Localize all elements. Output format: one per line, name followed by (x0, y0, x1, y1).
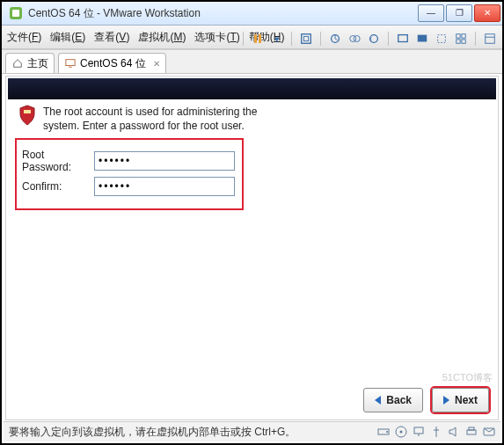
menu-file[interactable]: 文件(F) (7, 30, 41, 45)
monitor-icon (64, 57, 77, 69)
watermark-text: 51CTO博客 (442, 371, 493, 384)
revert-icon[interactable] (367, 32, 381, 46)
svg-rect-26 (467, 430, 476, 434)
unity-icon[interactable] (415, 32, 429, 46)
stretch-icon[interactable] (435, 32, 449, 46)
menu-tabs[interactable]: 选项卡(T) (194, 30, 239, 45)
hdd-icon[interactable] (377, 426, 390, 438)
vmware-icon (9, 6, 23, 20)
close-button[interactable]: ✕ (474, 4, 500, 22)
library-icon[interactable] (483, 32, 497, 46)
network-icon[interactable] (413, 426, 425, 438)
root-password-input[interactable] (94, 151, 235, 171)
installer-message: The root account is used for administeri… (43, 105, 272, 133)
installer-banner (8, 78, 496, 99)
snapshot-manager-icon[interactable] (347, 32, 362, 46)
menu-edit[interactable]: 编辑(E) (50, 30, 85, 45)
svg-point-23 (400, 431, 403, 434)
shield-icon (18, 105, 36, 126)
toolbar-separator (388, 32, 389, 46)
svg-point-7 (370, 35, 378, 43)
back-button[interactable]: Back (363, 388, 423, 412)
printer-icon[interactable] (465, 426, 478, 438)
svg-rect-3 (303, 36, 308, 40)
svg-rect-24 (414, 427, 423, 434)
title-bar: CentOS 64 位 - VMware Workstation — ❐ ✕ (2, 2, 502, 26)
tab-centos[interactable]: CentOS 64 位 ✕ (58, 53, 166, 73)
cd-icon[interactable] (395, 426, 407, 438)
message-icon[interactable] (483, 426, 495, 438)
back-button-label: Back (386, 394, 412, 406)
svg-rect-1 (12, 10, 19, 17)
svg-rect-9 (418, 35, 427, 42)
maximize-button[interactable]: ❐ (446, 4, 472, 22)
installer-message-row: The root account is used for administeri… (6, 105, 498, 133)
play-dropdown-icon[interactable]: ▾ (270, 32, 284, 46)
next-button-label: Next (455, 394, 478, 406)
arrow-right-icon (443, 396, 449, 405)
svg-rect-13 (457, 40, 460, 43)
arrow-left-icon (375, 396, 381, 405)
svg-rect-8 (398, 35, 408, 42)
svg-rect-27 (469, 427, 474, 430)
home-icon (11, 57, 24, 69)
send-ctrl-alt-del-icon[interactable] (299, 32, 313, 46)
thumbnail-icon[interactable] (454, 32, 468, 46)
snapshot-icon[interactable] (328, 32, 342, 46)
svg-rect-2 (302, 34, 311, 44)
root-password-label: Root Password: (22, 149, 94, 173)
confirm-password-label: Confirm: (22, 180, 94, 193)
svg-point-21 (386, 431, 388, 433)
menu-vm[interactable]: 虚拟机(M) (138, 30, 186, 45)
vm-viewport[interactable]: The root account is used for administeri… (5, 76, 499, 420)
svg-rect-12 (462, 34, 465, 38)
status-text: 要将输入定向到该虚拟机，请在虚拟机内部单击或按 Ctrl+G。 (9, 425, 296, 440)
svg-rect-19 (24, 110, 31, 113)
tab-strip: 主页 CentOS 64 位 ✕ (2, 49, 502, 74)
tab-home-label: 主页 (27, 56, 48, 71)
status-device-icons (377, 426, 495, 438)
pause-icon[interactable] (251, 32, 265, 46)
toolbar-separator (475, 32, 476, 46)
svg-point-6 (354, 36, 360, 42)
window-title: CentOS 64 位 - VMware Workstation (28, 6, 418, 21)
toolbar-separator (320, 32, 321, 46)
menu-view[interactable]: 查看(V) (94, 30, 129, 45)
next-button[interactable]: Next (432, 388, 489, 412)
sound-icon[interactable] (448, 426, 460, 438)
svg-rect-17 (66, 60, 75, 66)
fullscreen-icon[interactable] (396, 32, 410, 46)
tab-centos-label: CentOS 64 位 (80, 56, 146, 71)
installer-nav: Back Next (363, 388, 489, 412)
password-form-highlight: Root Password: Confirm: (15, 138, 244, 210)
svg-rect-10 (438, 35, 446, 43)
toolbar-separator (243, 32, 244, 46)
app-window: CentOS 64 位 - VMware Workstation — ❐ ✕ 文… (0, 0, 504, 445)
confirm-password-input[interactable] (94, 177, 235, 196)
window-controls: — ❐ ✕ (418, 4, 500, 22)
svg-rect-14 (462, 40, 465, 43)
toolbar-separator (291, 32, 292, 46)
minimize-button[interactable]: — (418, 4, 444, 22)
status-bar: 要将输入定向到该虚拟机，请在虚拟机内部单击或按 Ctrl+G。 (4, 421, 500, 441)
usb-icon[interactable] (430, 426, 442, 438)
tab-close-icon[interactable]: ✕ (153, 59, 160, 69)
svg-rect-15 (486, 34, 495, 44)
tab-home[interactable]: 主页 (5, 53, 55, 73)
svg-rect-11 (457, 34, 460, 38)
toolbar: ▾ (241, 28, 497, 49)
